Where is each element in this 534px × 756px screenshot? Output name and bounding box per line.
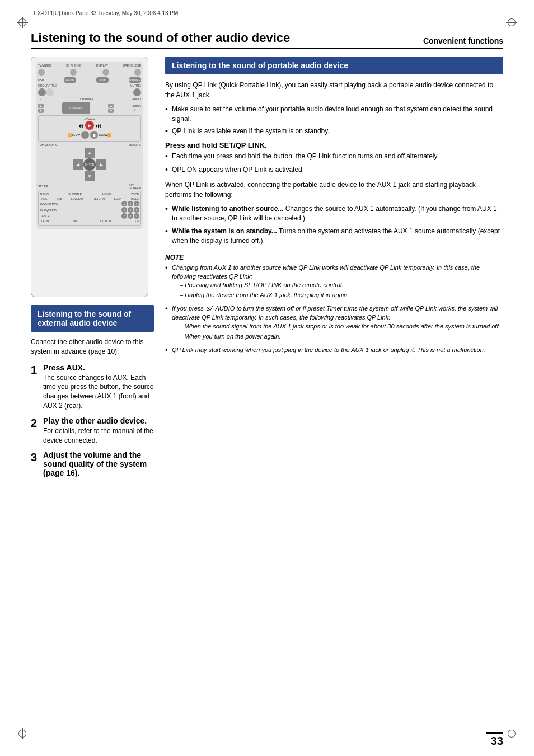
activated-text-2: While the system is on standby... Turns … — [172, 227, 503, 246]
note-dash-1-2: – Unplug the device from the AUX 1 jack,… — [180, 291, 503, 300]
note-item-2-content: If you press ⊙/| AUDIO to turn the syste… — [172, 304, 503, 342]
note-dash-1-1: – Pressing and holding SET/QP LINK on th… — [180, 281, 503, 290]
note-bullet-1: • — [165, 264, 172, 273]
bullet-icon-5: • — [165, 204, 172, 215]
bullet-icon-1: • — [165, 104, 172, 115]
step-3-content: Adjust the volume and the sound quality … — [43, 450, 154, 478]
bullet-standby: • QP Link is available even if the syste… — [165, 126, 503, 137]
step-1-desc: The source changes to AUX. Each time you… — [43, 373, 154, 411]
bullet-icon-2: • — [165, 126, 172, 137]
bullet-icon-3: • — [165, 151, 172, 162]
press-hold-bullet-1: • Each time you press and hold the butto… — [165, 152, 503, 162]
step-1: 1 Press AUX. The source changes to AUX. … — [31, 363, 154, 411]
bullet-standby-text: QP Link is available even if the system … — [172, 126, 330, 136]
page-title: Listening to the sound of other audio de… — [31, 31, 423, 45]
note-item-2: • If you press ⊙/| AUDIO to turn the sys… — [165, 304, 503, 342]
connect-description: Connect the other audio device to this s… — [31, 337, 154, 356]
activated-bullet-1: • While listening to another source... C… — [165, 204, 503, 223]
note-title: NOTE — [165, 253, 503, 261]
remote-body: TV/VIDEO 3D PHONIC DISPLAY OPEN/CLOSE — [36, 62, 143, 229]
press-hold-text-2: QPL ON appears when QP Link is activated… — [172, 165, 304, 175]
note-item-3: • QP Link may start working when you jus… — [165, 346, 503, 355]
crosshair-bottom-left — [17, 728, 28, 739]
activated-text-1: While listening to another source... Cha… — [172, 204, 503, 223]
step-1-number: 1 — [31, 363, 43, 377]
page-subtitle: Convenient functions — [423, 36, 503, 45]
page-number: 33 — [486, 732, 503, 748]
step-2-title: Play the other audio device. — [43, 416, 154, 425]
step-2-content: Play the other audio device. For details… — [43, 416, 154, 445]
note-section: NOTE • Changing from AUX 1 to another so… — [165, 253, 503, 356]
right-column: Listening to the sound of portable audio… — [165, 57, 503, 484]
press-hold-text-1: Each time you press and hold the button,… — [172, 152, 439, 161]
left-column: TV/VIDEO 3D PHONIC DISPLAY OPEN/CLOSE — [31, 57, 154, 484]
note-dash-2-1: – When the sound signal from the AUX 1 j… — [180, 322, 503, 331]
main-content: Listening to the sound of other audio de… — [31, 31, 503, 725]
activated-bullet-2: • While the system is on standby... Turn… — [165, 227, 503, 246]
page: EX-D11[U].book Page 33 Tuesday, May 30, … — [0, 0, 534, 756]
bullet-icon-6: • — [165, 226, 172, 237]
page-header: Listening to the sound of other audio de… — [31, 31, 503, 49]
step-1-title: Press AUX. — [43, 363, 154, 372]
when-activated-text: When QP Link is activated, connecting th… — [165, 180, 503, 200]
step-3-title: Adjust the volume and the sound quality … — [43, 450, 154, 477]
crosshair-top-left — [17, 17, 28, 28]
crosshair-top-right — [506, 17, 517, 28]
press-hold-bullet-2: • QPL ON appears when QP Link is activat… — [165, 165, 503, 176]
note-dash-2-2: – When you turn on the power again. — [180, 332, 503, 341]
note-bullet-3: • — [165, 346, 172, 355]
press-hold-heading: Press and hold SET/QP LINK. — [165, 141, 503, 149]
note-item-1: • Changing from AUX 1 to another source … — [165, 264, 503, 302]
note-item-1-content: Changing from AUX 1 to another source wh… — [172, 264, 503, 302]
remote-control-image: TV/VIDEO 3D PHONIC DISPLAY OPEN/CLOSE — [31, 57, 148, 297]
step-2-desc: For details, refer to the manual of the … — [43, 426, 154, 445]
portable-intro: By using QP Link (Quick Portable Link), … — [165, 80, 503, 100]
portable-audio-section-title: Listening to the sound of portable audio… — [165, 57, 503, 74]
crosshair-bottom-right — [506, 728, 517, 739]
step-2: 2 Play the other audio device. For detai… — [31, 416, 154, 445]
note-bullet-2: • — [165, 304, 172, 314]
step-1-content: Press AUX. The source changes to AUX. Ea… — [43, 363, 154, 411]
step-3: 3 Adjust the volume and the sound qualit… — [31, 450, 154, 478]
two-column-layout: TV/VIDEO 3D PHONIC DISPLAY OPEN/CLOSE — [31, 57, 503, 484]
bullet-volume-text: Make sure to set the volume of your port… — [172, 105, 503, 124]
file-info: EX-D11[U].book Page 33 Tuesday, May 30, … — [34, 10, 178, 16]
arrow-up-indicator: ↑ — [147, 113, 148, 125]
note-item-3-content: QP Link may start working when you just … — [172, 346, 485, 355]
step-3-number: 3 — [31, 450, 43, 464]
bullet-icon-4: • — [165, 165, 172, 176]
step-2-number: 2 — [31, 416, 43, 430]
bullet-volume: • Make sure to set the volume of your po… — [165, 105, 503, 124]
external-audio-section-title: Listening to the sound of external audio… — [31, 305, 154, 332]
